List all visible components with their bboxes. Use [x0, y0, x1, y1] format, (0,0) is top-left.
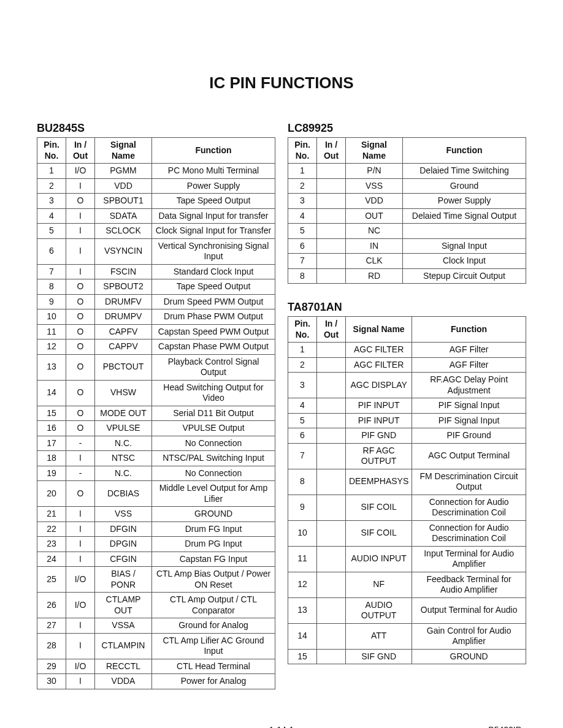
cell-func: CTL Head Terminal [152, 659, 275, 674]
cell-pin: 5 [37, 224, 66, 239]
cell-pin: 6 [288, 238, 317, 254]
cell-func: Power Supply [152, 178, 275, 194]
left-column: BU2845S Pin. No. In / Out Signal Name Fu… [37, 117, 275, 707]
cell-signal: VPULSE [95, 421, 152, 436]
cell-pin: 2 [37, 178, 66, 194]
cell-signal: RECCTL [95, 659, 152, 674]
cell-io: I [66, 537, 95, 552]
header-func: Function [152, 138, 275, 164]
cell-io: I [66, 224, 95, 239]
table-row: 8DEEMPHASYSFM Descrimination Circuit Out… [288, 469, 526, 495]
cell-pin: 29 [37, 659, 66, 674]
table-row: 15OMODE OUTSerial D11 Bit Output [37, 406, 275, 421]
cell-pin: 14 [288, 623, 317, 649]
cell-pin: 4 [288, 208, 317, 224]
cell-func: Delaied Time Signal Output [403, 208, 526, 224]
cell-io [317, 398, 346, 414]
cell-signal: AUDIO INPUT [346, 546, 412, 572]
table-row: 30IVDDAPower for Analog [37, 674, 275, 689]
table-row: 28ICTLAMPINCTL Amp Lifier AC Ground Inpu… [37, 633, 275, 659]
cell-io: I [66, 238, 95, 264]
cell-io: I [66, 618, 95, 634]
cell-pin: 11 [288, 546, 317, 572]
cell-func: GROUND [152, 507, 275, 522]
cell-func: Stepup Circuit Output [403, 268, 526, 284]
table-body: 1I/OPGMMPC Mono Multi Terminal2IVDDPower… [37, 164, 275, 689]
cell-io [317, 469, 346, 495]
table-row: 5NC [288, 224, 526, 239]
cell-io [317, 268, 346, 284]
cell-pin: 9 [37, 294, 66, 309]
cell-signal: CAPPV [95, 339, 152, 355]
cell-io [317, 373, 346, 398]
cell-func: NTSC/PAL Switching Input [152, 451, 275, 466]
cell-io: O [66, 279, 95, 295]
cell-signal: PGMM [95, 164, 152, 179]
table-body: 1AGC FILTERAGF Filter2AGC FILTERAGF Filt… [288, 343, 526, 664]
cell-func: Capstan FG Input [152, 552, 275, 567]
table-row: 3OSPBOUT1Tape Speed Output [37, 194, 275, 209]
cell-io [317, 357, 346, 373]
cell-pin: 7 [37, 264, 66, 279]
cell-io [317, 649, 346, 664]
cell-io [317, 520, 346, 546]
table-row: 8OSPBOUT2Tape Speed Output [37, 279, 275, 295]
cell-pin: 15 [288, 649, 317, 664]
cell-pin: 10 [288, 520, 317, 546]
cell-func: PC Mono Multi Terminal [152, 164, 275, 179]
cell-pin: 10 [37, 309, 66, 325]
cell-signal: VSYNCIN [95, 238, 152, 264]
table-row: 2IVDDPower Supply [37, 178, 275, 194]
cell-signal: VDDA [95, 674, 152, 689]
cell-io: O [66, 294, 95, 309]
cell-pin: 8 [288, 268, 317, 284]
cell-io: I [66, 521, 95, 537]
table-row: 9ODRUMFVDrum Speed PWM Output [37, 294, 275, 309]
cell-func: Clock Input [403, 254, 526, 269]
table-row: 13OPBCTOUTPlayback Control Signal Output [37, 354, 275, 380]
table-row: 3VDDPower Supply [288, 194, 526, 209]
table-row: 8RDStepup Circuit Output [288, 268, 526, 284]
footer-page-number: 1-14-1 [202, 725, 362, 729]
cell-pin: 3 [288, 194, 317, 209]
table-bu2845s: Pin. No. In / Out Signal Name Function 1… [37, 137, 275, 689]
cell-signal: PIF INPUT [346, 398, 412, 414]
cell-func: Ground [403, 178, 526, 194]
cell-pin: 13 [37, 354, 66, 380]
cell-pin: 26 [37, 593, 66, 618]
cell-io: I [66, 178, 95, 194]
cell-func: Head Switching Output for Video [152, 380, 275, 406]
table-row: 4ISDATAData Signal Input for transfer [37, 208, 275, 224]
header-func: Function [403, 138, 526, 164]
table-body: 1P/NDelaied Time Switching2VSSGround3VDD… [288, 164, 526, 284]
cell-func: Connection for Audio Descrimination Coil [412, 520, 526, 546]
cell-func: Drum Speed PWM Output [152, 294, 275, 309]
cell-io [317, 224, 346, 239]
cell-func: AGF Filter [412, 343, 526, 358]
table-row: 16OVPULSEVPULSE Output [37, 421, 275, 436]
cell-pin: 4 [288, 398, 317, 414]
cell-io: O [66, 354, 95, 380]
cell-func: CTL Amp Output / CTL Conparator [152, 593, 275, 618]
cell-signal: AGC FILTER [346, 343, 412, 358]
cell-io: I/O [66, 593, 95, 618]
table-header-row: Pin. No. In / Out Signal Name Function [288, 317, 526, 343]
cell-io [317, 413, 346, 428]
cell-func: Feedback Terminal for Audio Amplifier [412, 572, 526, 597]
ic-title-ta8701an: TA8701AN [288, 301, 526, 314]
cell-signal: CTLAMPIN [95, 633, 152, 659]
cell-pin: 14 [37, 380, 66, 406]
table-row: 14ATTGain Control for Audio Amplifier [288, 623, 526, 649]
cell-io: O [66, 324, 95, 339]
cell-pin: 30 [37, 674, 66, 689]
cell-signal: VDD [346, 194, 403, 209]
table-row: 14OVHSWHead Switching Output for Video [37, 380, 275, 406]
cell-pin: 4 [37, 208, 66, 224]
cell-signal: NTSC [95, 451, 152, 466]
cell-pin: 8 [288, 469, 317, 495]
cell-func: Drum Phase PWM Output [152, 309, 275, 325]
cell-io: I [66, 451, 95, 466]
cell-signal: CAPFV [95, 324, 152, 339]
table-row: 23IDPGINDrum PG Input [37, 537, 275, 552]
table-row: 11OCAPFVCapstan Speed PWM Output [37, 324, 275, 339]
